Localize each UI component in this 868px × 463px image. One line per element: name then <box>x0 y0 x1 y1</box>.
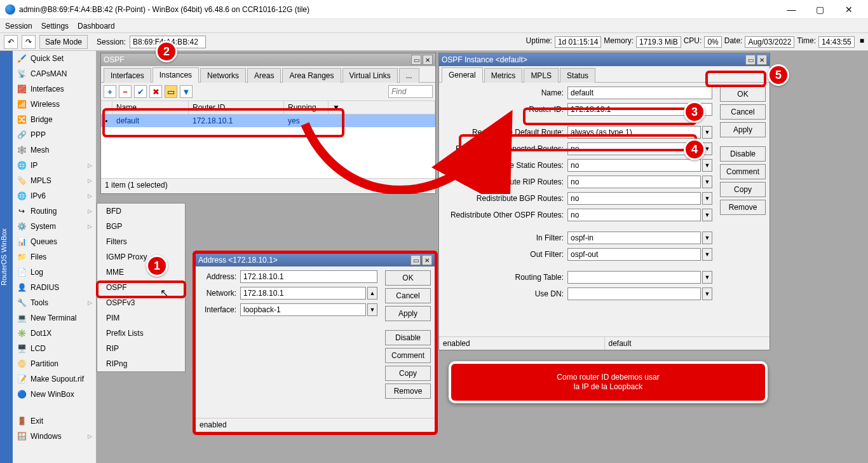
sidebar-item-mesh[interactable]: 🕸️Mesh <box>13 142 96 158</box>
sidebar-item-dot1x[interactable]: ✳️Dot1X <box>13 326 96 341</box>
sidebar-item-ppp[interactable]: 🔗PPP <box>13 127 96 142</box>
dropdown-icon[interactable]: ▼ <box>702 126 712 139</box>
up-arrow-icon[interactable]: ▲ <box>367 287 377 300</box>
sidebar-item-mpls[interactable]: 🏷️MPLS▷ <box>13 173 96 188</box>
submenu-item-bfd[interactable]: BFD <box>97 204 185 219</box>
routing-table-select[interactable] <box>567 271 701 284</box>
submenu-item-ospfv3[interactable]: OSPFv3 <box>97 295 185 310</box>
submenu-item-ripng[interactable]: RIPng <box>97 356 185 371</box>
remove-button[interactable]: Remove <box>720 200 766 215</box>
redo-button[interactable]: ↷ <box>22 35 36 49</box>
dropdown-icon[interactable]: ▼ <box>702 271 712 284</box>
comment-button[interactable]: ▭ <box>165 85 177 98</box>
undo-button[interactable]: ↶ <box>4 35 18 49</box>
addr-comment-button[interactable]: Comment <box>385 348 431 363</box>
addr-remove-button[interactable]: Remove <box>385 384 431 399</box>
addr-apply-button[interactable]: Apply <box>385 306 431 321</box>
tab-status[interactable]: Status <box>560 68 595 83</box>
comment-button[interactable]: Comment <box>720 164 766 179</box>
addr-ok-button[interactable]: OK <box>385 270 431 286</box>
sidebar-item-make-supout.rif[interactable]: 📝Make Supout.rif <box>13 371 96 387</box>
enable-button[interactable]: ✔ <box>134 85 147 98</box>
dropdown-icon[interactable]: ▼ <box>702 192 712 205</box>
sidebar-item-ipv6[interactable]: 🌐IPv6▷ <box>13 188 96 204</box>
address-dock-button[interactable]: ▭ <box>410 255 421 265</box>
sidebar-item-log[interactable]: 📄Log <box>13 265 96 280</box>
cancel-button[interactable]: Cancel <box>720 104 766 120</box>
tab-...[interactable]: ... <box>399 68 419 83</box>
tab-virtual-links[interactable]: Virtual Links <box>342 68 398 83</box>
submenu-item-bgp[interactable]: BGP <box>97 219 185 234</box>
sidebar-item-new-winbox[interactable]: 🔵New WinBox <box>13 387 96 402</box>
dropdown-icon[interactable]: ▼ <box>702 159 712 172</box>
sidebar-item-windows[interactable]: 🪟Windows▷ <box>13 429 96 444</box>
maximize-button[interactable]: ▢ <box>806 0 834 19</box>
sidebar-item-capsman[interactable]: 📡CAPsMAN <box>13 66 96 81</box>
sidebar-item-bridge[interactable]: 🔀Bridge <box>13 112 96 127</box>
dropdown-icon[interactable]: ▼ <box>702 287 712 300</box>
dropdown-icon[interactable]: ▼ <box>702 209 712 221</box>
tab-metrics[interactable]: Metrics <box>484 68 523 83</box>
redist-bgp-select[interactable]: no <box>567 192 701 205</box>
sidebar-item-tools[interactable]: 🔧Tools▷ <box>13 295 96 310</box>
dropdown-icon[interactable]: ▼ <box>702 176 712 188</box>
col-name[interactable]: Name <box>112 101 189 114</box>
menu-dashboard[interactable]: Dashboard <box>78 22 115 31</box>
tab-networks[interactable]: Networks <box>200 68 246 83</box>
redist-default-select[interactable]: always (as type 1) <box>567 126 701 139</box>
close-button[interactable]: ✕ <box>834 0 863 19</box>
disable-button[interactable]: Disable <box>720 146 766 162</box>
sidebar-item-lcd[interactable]: 🖥️LCD <box>13 341 96 356</box>
sidebar-item-ip[interactable]: 🌐IP▷ <box>13 158 96 173</box>
in-filter-select[interactable]: ospf-in <box>567 232 701 244</box>
tab-areas[interactable]: Areas <box>247 68 281 83</box>
network-input[interactable] <box>240 287 366 300</box>
sidebar-item-files[interactable]: 📁Files <box>13 249 96 265</box>
submenu-item-igmp-proxy[interactable]: IGMP Proxy <box>97 249 185 265</box>
address-input[interactable] <box>240 270 377 283</box>
ospf-close-button[interactable]: ✕ <box>423 55 433 65</box>
redist-static-select[interactable]: no <box>567 159 701 172</box>
submenu-item-mme[interactable]: MME <box>97 265 185 280</box>
addr-disable-button[interactable]: Disable <box>385 330 431 345</box>
submenu-item-filters[interactable]: Filters <box>97 234 185 249</box>
ospf-dock-button[interactable]: ▭ <box>411 55 421 65</box>
instance-close-button[interactable]: ✕ <box>757 55 767 65</box>
interface-select[interactable]: loopback-1 <box>240 303 366 316</box>
dropdown-icon[interactable]: ▼ <box>367 303 377 316</box>
dropdown-icon[interactable]: ▼ <box>702 248 712 261</box>
redist-rip-select[interactable]: no <box>567 176 701 188</box>
submenu-item-prefix-lists[interactable]: Prefix Lists <box>97 326 185 341</box>
col-router-id[interactable]: Router ID <box>189 101 284 114</box>
menu-settings[interactable]: Settings <box>41 22 69 31</box>
ok-button[interactable]: OK <box>720 86 766 102</box>
tab-general[interactable]: General <box>442 67 483 83</box>
sidebar-item-routing[interactable]: ↪Routing▷ <box>13 204 96 219</box>
table-row[interactable]: ▪ default 172.18.10.1 yes <box>101 114 435 127</box>
sidebar-item-interfaces[interactable]: 🧱Interfaces <box>13 81 96 97</box>
add-button[interactable]: + <box>104 85 116 98</box>
sidebar-item-system[interactable]: ⚙️System▷ <box>13 219 96 234</box>
submenu-item-ospf[interactable]: OSPF <box>97 280 185 295</box>
address-close-button[interactable]: ✕ <box>422 255 432 265</box>
sidebar-item-queues[interactable]: 📊Queues <box>13 234 96 249</box>
filter-button[interactable]: ▼ <box>180 85 193 98</box>
sidebar-item-new-terminal[interactable]: 💻New Terminal <box>13 310 96 326</box>
instance-dock-button[interactable]: ▭ <box>745 55 756 65</box>
minimize-button[interactable]: — <box>777 0 806 19</box>
copy-button[interactable]: Copy <box>720 182 766 197</box>
sidebar-item-wireless[interactable]: 📶Wireless <box>13 97 96 112</box>
find-input[interactable] <box>388 85 433 98</box>
apply-button[interactable]: Apply <box>720 122 766 137</box>
sidebar-item-radius[interactable]: 👤RADIUS <box>13 280 96 295</box>
addr-copy-button[interactable]: Copy <box>385 366 431 381</box>
sidebar-item-partition[interactable]: 📀Partition <box>13 356 96 371</box>
tab-instances[interactable]: Instances <box>153 67 199 83</box>
submenu-item-pim[interactable]: PIM <box>97 310 185 326</box>
tab-area-ranges[interactable]: Area Ranges <box>282 68 341 83</box>
dropdown-icon[interactable]: ▼ <box>702 232 712 244</box>
redist-connected-select[interactable]: no <box>567 142 701 155</box>
tab-interfaces[interactable]: Interfaces <box>104 68 151 83</box>
redist-other-select[interactable]: no <box>567 209 701 221</box>
name-input[interactable] <box>567 86 712 99</box>
